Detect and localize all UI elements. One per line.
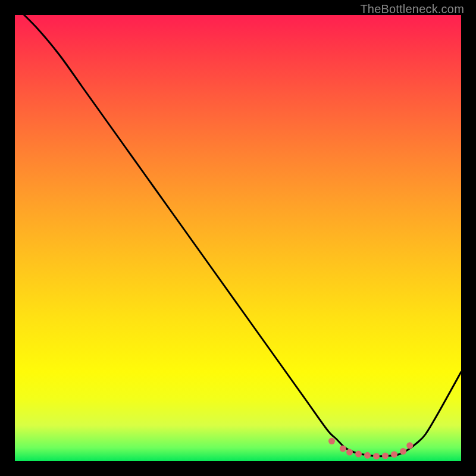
chart-container: TheBottleneck.com — [0, 0, 476, 476]
curve-dot — [364, 452, 371, 459]
curve-dot — [328, 438, 335, 444]
bottleneck-curve — [15, 6, 461, 456]
curve-dot — [355, 451, 362, 458]
curve-dot — [340, 446, 346, 452]
curve-dot — [373, 453, 380, 459]
curve-dot — [391, 451, 397, 458]
curve-dot — [382, 453, 389, 459]
curve-dot — [406, 442, 413, 449]
chart-plot-area — [15, 15, 461, 461]
curve-dot — [346, 449, 353, 456]
chart-svg — [15, 15, 461, 461]
watermark-text: TheBottleneck.com — [360, 2, 464, 16]
curve-dot — [400, 448, 406, 455]
